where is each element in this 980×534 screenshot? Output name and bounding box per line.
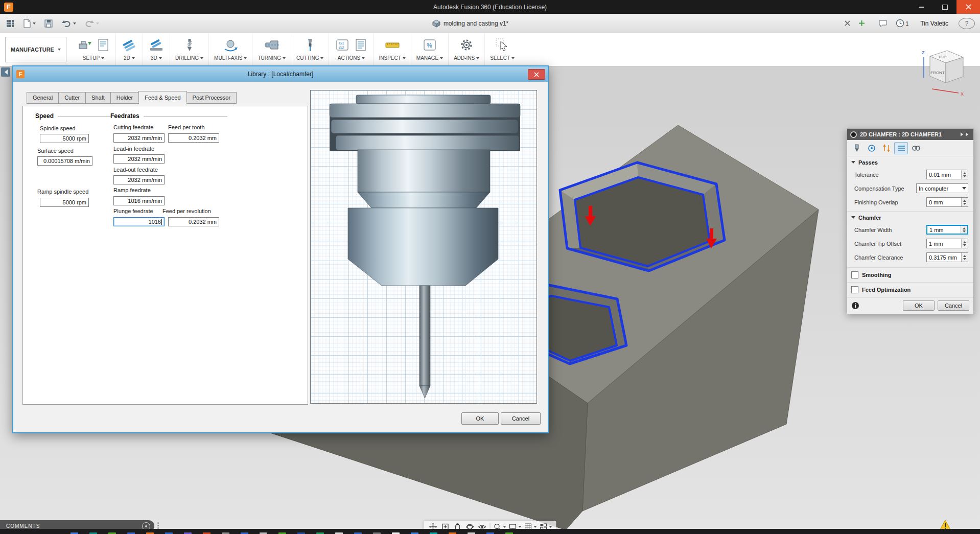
addins-button[interactable] (458, 37, 475, 53)
view-cube[interactable]: TOP FRONT Z X (917, 46, 968, 97)
chamfer-width-spinner[interactable] (961, 226, 967, 234)
chamfer-clearance-spinner[interactable] (961, 253, 968, 262)
smoothing-checkbox[interactable] (851, 271, 858, 278)
dialog-close-button[interactable] (528, 69, 545, 80)
ribbon-label-2d[interactable]: 2D (124, 55, 130, 61)
lead-out-feedrate-input[interactable]: 2032 mm/min (113, 175, 165, 184)
3d-milling-button[interactable] (148, 37, 165, 53)
minimize-button[interactable] (909, 0, 933, 14)
tool-icon (852, 144, 861, 153)
user-name[interactable]: Tin Valetic (920, 20, 948, 27)
ribbon-label-addins[interactable]: ADD-INS (454, 55, 475, 61)
ribbon-label-inspect[interactable]: INSPECT (379, 55, 401, 61)
tab-feed-speed[interactable]: Feed & Speed (138, 91, 186, 103)
ribbon-toolbar: MANUFACTURE SETUP (0, 33, 980, 66)
surface-speed-input[interactable]: 0.00015708 m/min (37, 156, 92, 166)
close-document-button[interactable] (842, 17, 853, 30)
select-button[interactable] (494, 37, 510, 53)
file-menu-button[interactable] (20, 17, 38, 30)
ribbon-label-manage[interactable]: MANAGE (416, 55, 438, 61)
panel-header[interactable]: 2D CHAMFER : 2D CHAMFER1 (847, 129, 973, 140)
tab-tool[interactable] (850, 142, 864, 154)
ribbon-label-turning[interactable]: TURNING (258, 55, 281, 61)
tab-linking[interactable] (909, 142, 923, 154)
workspace-switcher[interactable]: MANUFACTURE (5, 37, 66, 62)
ramp-feedrate-input[interactable]: 1016 mm/min (113, 196, 165, 205)
lead-in-feedrate-label: Lead-in feedrate (113, 146, 154, 152)
field-chamfer-clearance: Chamfer Clearance 0.3175 mm (847, 250, 973, 264)
dialog-ok-button[interactable]: OK (461, 412, 499, 425)
compensation-type-select[interactable]: In computer (916, 183, 968, 193)
chamfer-clearance-input[interactable]: 0.3175 mm (926, 252, 968, 262)
chamfer-tip-offset-input[interactable]: 1 mm (926, 239, 968, 248)
maximize-button[interactable] (933, 0, 956, 14)
save-button[interactable] (41, 17, 56, 30)
taskbar[interactable] (0, 529, 980, 534)
feed-optimization-checkbox[interactable] (851, 286, 858, 293)
finishing-overlap-spinner[interactable] (961, 198, 968, 206)
panel-footer: OK Cancel (847, 297, 973, 314)
multiaxis-button[interactable] (222, 37, 239, 53)
ramp-spindle-speed-label: Ramp spindle speed (37, 189, 88, 195)
tolerance-input[interactable]: 0.01 mm (926, 170, 968, 179)
panel-cancel-button[interactable]: Cancel (938, 300, 969, 311)
chamfer-width-input[interactable]: 1 mm (926, 225, 968, 235)
plunge-feedrate-input[interactable]: 1016 (113, 217, 165, 226)
notifications-button[interactable]: 1 (893, 17, 911, 30)
tab-post-processor[interactable]: Post Processor (186, 92, 237, 104)
ramp-spindle-speed-input[interactable]: 5000 rpm (40, 198, 89, 207)
ribbon-label-cutting[interactable]: CUTTING (296, 55, 319, 61)
dialog-cancel-button[interactable]: Cancel (501, 412, 541, 425)
tab-cutter[interactable]: Cutter (58, 92, 86, 104)
feed-per-revolution-input[interactable]: 0.2032 mm (168, 217, 219, 226)
comments-grip[interactable] (157, 522, 159, 529)
tab-shaft[interactable]: Shaft (85, 92, 111, 104)
finishing-overlap-input[interactable]: 0 mm (926, 197, 968, 207)
tolerance-spinner[interactable] (961, 170, 968, 179)
smoothing-label: Smoothing (862, 272, 891, 278)
info-icon[interactable] (851, 301, 859, 310)
tab-heights[interactable] (879, 142, 893, 154)
chamfer-tip-offset-spinner[interactable] (961, 239, 968, 248)
tab-general[interactable]: General (27, 92, 59, 104)
post-process-button[interactable]: G1 G2 (334, 37, 351, 53)
ribbon-label-select[interactable]: SELECT (490, 55, 510, 61)
ribbon-label-drilling[interactable]: DRILLING (175, 55, 199, 61)
ribbon-label-setup[interactable]: SETUP (83, 55, 100, 61)
inspect-button[interactable] (384, 37, 401, 53)
undo-button[interactable] (59, 17, 79, 30)
new-document-tab-button[interactable] (856, 17, 868, 30)
feed-per-tooth-input[interactable]: 0.2032 mm (168, 133, 219, 143)
redo-button[interactable] (82, 17, 102, 30)
lead-in-feedrate-input[interactable]: 2032 mm/min (113, 154, 165, 164)
section-passes[interactable]: Passes (847, 156, 973, 168)
tab-geometry[interactable] (865, 142, 878, 154)
ribbon-label-actions[interactable]: ACTIONS (338, 55, 360, 61)
turning-button[interactable] (264, 37, 280, 53)
setup-gcode-button[interactable] (96, 37, 110, 53)
manage-button[interactable]: % (422, 37, 438, 53)
plunge-feedrate-label: Plunge feedrate (113, 208, 153, 214)
spindle-speed-input[interactable]: 5000 rpm (40, 134, 89, 143)
comments-button[interactable] (876, 17, 890, 30)
data-panel-collapse-arrow[interactable] (1, 67, 10, 77)
data-panel-button[interactable] (3, 17, 17, 30)
tab-passes[interactable] (894, 142, 908, 154)
new-setup-button[interactable] (77, 37, 93, 53)
section-chamfer[interactable]: Chamfer (847, 211, 973, 223)
close-button[interactable] (956, 0, 980, 14)
cutting-button[interactable] (302, 37, 318, 53)
ribbon-label-multiaxis[interactable]: MULTI-AXIS (214, 55, 242, 61)
document-tab[interactable]: molding and casting v1* (432, 19, 508, 28)
dialog-title-bar[interactable]: F Library : [Local/chamfer] (13, 66, 548, 82)
dropdown-caret-icon (962, 187, 966, 192)
cutting-feedrate-input[interactable]: 2032 mm/min (113, 133, 165, 143)
drilling-button[interactable] (181, 37, 198, 53)
ribbon-label-3d[interactable]: 3D (151, 55, 157, 61)
2d-milling-button[interactable] (121, 37, 137, 53)
expand-panel-icon[interactable] (960, 132, 970, 136)
tab-holder[interactable]: Holder (110, 92, 139, 104)
setup-sheet-button[interactable] (354, 37, 368, 53)
panel-ok-button[interactable]: OK (903, 300, 935, 311)
help-button[interactable]: ? (959, 18, 975, 29)
